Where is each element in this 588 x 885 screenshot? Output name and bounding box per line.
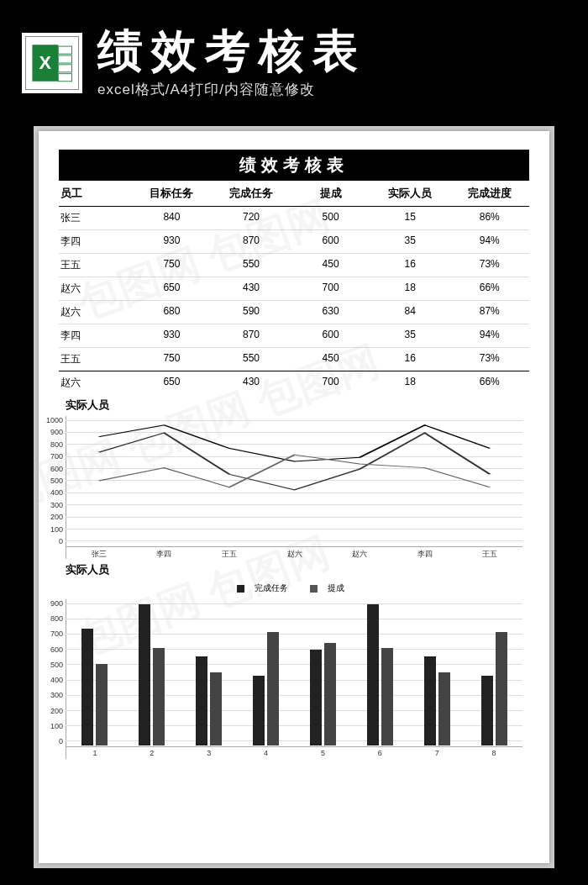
banner-title: 绩效考核表 [97, 28, 366, 73]
table-header: 员工 目标任务 完成任务 提成 实际人员 完成进度 [59, 181, 529, 207]
bar-chart-title: 实际人员 [59, 559, 529, 581]
bar-chart: 9008007006005004003002001000 12345678 [66, 599, 522, 759]
svg-rect-2 [58, 46, 71, 54]
svg-rect-3 [58, 55, 71, 63]
table-row: 李四9308706003594% [59, 229, 529, 253]
svg-rect-5 [58, 74, 71, 82]
line-chart-title: 实际人员 [59, 394, 529, 416]
col-target: 目标任务 [132, 186, 212, 201]
table-body: 张三8407205001586%李四9308706003594%王五750550… [59, 207, 529, 394]
bar-chart-legend: 完成任务 提成 [59, 581, 529, 599]
col-progress: 完成进度 [449, 186, 529, 201]
banner-text: 绩效考核表 excel格式/A4打印/内容随意修改 [97, 28, 366, 99]
table-row: 王五7505504501673% [59, 347, 529, 371]
col-employee: 员工 [59, 186, 132, 201]
svg-rect-0 [32, 45, 58, 82]
svg-rect-4 [58, 65, 71, 72]
document-title: 绩效考核表 [59, 150, 529, 181]
col-actual: 实际人员 [370, 186, 450, 201]
banner: X 绩效考核表 excel格式/A4打印/内容随意修改 [0, 17, 588, 109]
table-row: 赵六6805906308487% [59, 300, 529, 324]
table-row: 李四9308706003594% [59, 324, 529, 347]
table-row: 赵六6504307001866% [59, 277, 529, 300]
document-paper: 包图网 包图网 包图网 包图网 包图网 包图网 包图网 绩效考核表 员工 目标任… [39, 131, 549, 863]
table-row: 王五7505504501673% [59, 253, 529, 277]
template-frame: X 绩效考核表 excel格式/A4打印/内容随意修改 包图网 包图网 包图网 … [0, 0, 588, 885]
excel-icon: X [22, 33, 82, 93]
table-row: 张三8407205001586% [59, 207, 529, 229]
col-complete: 完成任务 [212, 186, 291, 201]
col-commission: 提成 [291, 186, 370, 201]
paper-shadow: 包图网 包图网 包图网 包图网 包图网 包图网 包图网 绩效考核表 员工 目标任… [34, 126, 554, 868]
banner-subtitle: excel格式/A4打印/内容随意修改 [97, 80, 366, 99]
svg-text:X: X [39, 52, 52, 73]
table-row: 赵六6504307001866% [59, 371, 529, 394]
line-chart: 10009008007006005004003002001000 张三李四王五赵… [66, 416, 522, 559]
